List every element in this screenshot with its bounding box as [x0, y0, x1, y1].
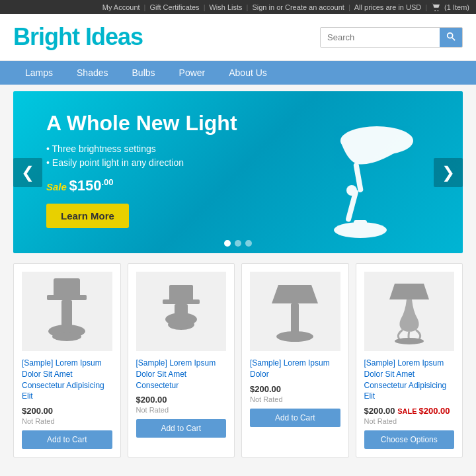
choose-options-button-4[interactable]: Choose Options	[364, 430, 455, 449]
svg-point-22	[276, 331, 313, 342]
product-card-2: [Sample] Lorem Ipsum Dolor Sit Amet Cons…	[128, 263, 235, 457]
svg-line-3	[452, 37, 455, 40]
product-rating-3: Not Rated	[250, 395, 340, 403]
product-image-4	[364, 272, 455, 351]
product-price-3: $200.00	[250, 384, 340, 394]
add-to-cart-button-1[interactable]: Add to Cart	[22, 430, 112, 449]
product-image-1	[22, 272, 112, 351]
sign-in-link[interactable]: Sign in or Create an account	[252, 3, 344, 11]
hero-price: Sale $150.00	[46, 177, 237, 194]
product-rating-2: Not Rated	[136, 406, 227, 414]
svg-rect-16	[163, 299, 200, 304]
header: Bright Ideas	[0, 14, 476, 61]
learn-more-button[interactable]: Learn More	[46, 204, 129, 228]
product-rating-1: Not Rated	[22, 417, 112, 425]
sep4: |	[348, 3, 350, 11]
add-to-cart-button-2[interactable]: Add to Cart	[136, 419, 227, 438]
nav-shades[interactable]: Shades	[65, 61, 120, 85]
product-name-4[interactable]: [Sample] Lorem Ipsum Dolor Sit Amet Cons…	[364, 358, 455, 402]
svg-rect-10	[54, 278, 80, 297]
svg-rect-21	[291, 303, 299, 335]
dot-3[interactable]	[245, 240, 252, 247]
search-button[interactable]	[440, 28, 462, 47]
add-to-cart-button-3[interactable]: Add to Cart	[250, 409, 340, 427]
currency-text: All prices are in USD	[354, 3, 421, 11]
product-card-4: [Sample] Lorem Ipsum Dolor Sit Amet Cons…	[356, 263, 463, 457]
product-image-3	[250, 272, 340, 351]
my-account-link[interactable]: My Account	[102, 3, 140, 11]
product-grid: [Sample] Lorem Ipsum Dolor Sit Amet Cons…	[0, 253, 476, 471]
wish-lists-link[interactable]: Wish Lists	[209, 3, 242, 11]
hero-dots	[224, 240, 252, 247]
product-price-4: $200.00 SALE $200.00	[364, 406, 455, 416]
sale-label: Sale	[46, 181, 67, 192]
svg-point-14	[52, 332, 81, 341]
sep1: |	[144, 3, 146, 11]
product-name-1[interactable]: [Sample] Lorem Ipsum Dolor Sit Amet Cons…	[22, 358, 112, 402]
search-input[interactable]	[321, 28, 440, 47]
product-name-3[interactable]: [Sample] Lorem Ipsum Dolor	[250, 358, 340, 380]
product-price-1: $200.00	[22, 406, 112, 416]
product-price-2: $200.00	[136, 395, 227, 405]
product-name-2[interactable]: [Sample] Lorem Ipsum Dolor Sit Amet Cons…	[136, 358, 227, 391]
hero-content: A Whole New Light • Three brightness set…	[46, 111, 237, 228]
nav-bulbs[interactable]: Bulbs	[120, 61, 167, 85]
dot-1[interactable]	[224, 240, 231, 247]
product-image-2	[136, 272, 227, 351]
top-bar: My Account | Gift Certificates | Wish Li…	[0, 0, 476, 14]
nav-about[interactable]: About Us	[217, 61, 279, 85]
search-bar	[320, 27, 463, 48]
dot-2[interactable]	[235, 240, 241, 247]
cart-icon	[431, 3, 440, 11]
main-nav: Lamps Shades Bulbs Power About Us	[0, 61, 476, 85]
sep2: |	[204, 3, 206, 11]
hero-lamp-image	[291, 104, 423, 252]
hero-title: A Whole New Light	[46, 111, 237, 136]
svg-rect-15	[169, 285, 193, 301]
hero-bullet-1: • Three brightness settings	[46, 143, 237, 154]
svg-rect-20	[175, 318, 188, 326]
hero-slider: A Whole New Light • Three brightness set…	[13, 91, 463, 253]
sep3: |	[247, 3, 249, 11]
hero-price-value: $150.00	[69, 177, 113, 194]
svg-rect-11	[47, 295, 87, 300]
nav-lamps[interactable]: Lamps	[13, 61, 65, 85]
product-card-1: [Sample] Lorem Ipsum Dolor Sit Amet Cons…	[13, 263, 121, 457]
svg-point-0	[434, 10, 436, 11]
gift-certificates-link[interactable]: Gift Certificates	[149, 3, 199, 11]
product-rating-4: Not Rated	[364, 417, 455, 425]
svg-point-1	[438, 10, 439, 11]
nav-power[interactable]: Power	[167, 61, 218, 85]
hero-prev-button[interactable]: ❮	[13, 158, 42, 187]
svg-point-2	[448, 32, 453, 38]
logo[interactable]: Bright Ideas	[13, 23, 143, 51]
svg-point-23	[395, 338, 424, 344]
hero-bullet-2: • Easily point light in any direction	[46, 157, 237, 168]
svg-rect-9	[354, 220, 367, 232]
sep5: |	[425, 3, 427, 11]
hero-next-button[interactable]: ❯	[434, 158, 463, 187]
product-card-3: [Sample] Lorem Ipsum Dolor $200.00 Not R…	[241, 263, 349, 457]
cart-count[interactable]: (1 Item)	[444, 3, 469, 11]
